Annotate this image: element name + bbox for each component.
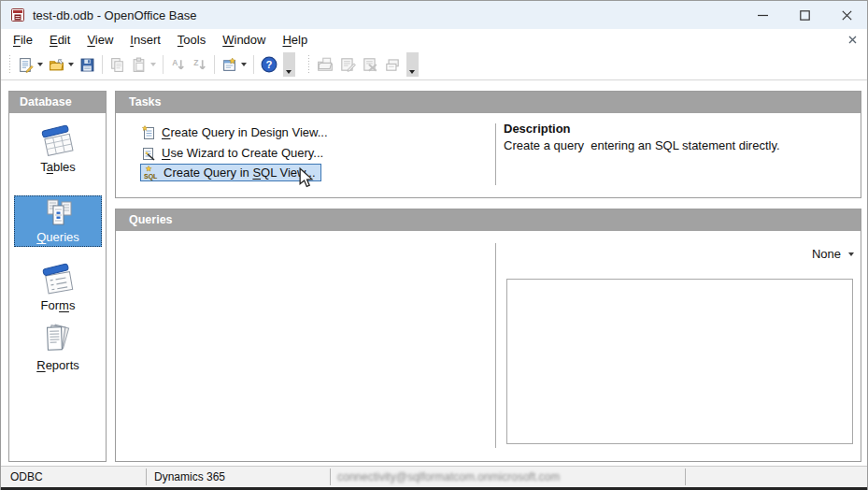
sidebar-item-tables[interactable]: Tables [14, 124, 102, 174]
sidebar-item-queries[interactable]: Queries [14, 195, 102, 247]
queries-icon [37, 198, 78, 228]
open-database-object-button[interactable] [315, 53, 335, 76]
task-use-wizard-create-query[interactable]: Use Wizard to Create Query... [141, 144, 323, 162]
new-database-object-button[interactable] [16, 53, 45, 76]
task-label: Create Query in Design View... [162, 125, 328, 139]
query-wizard-icon [141, 146, 156, 161]
tasks-header: Tasks [116, 92, 861, 113]
close-icon [842, 10, 852, 21]
status-empty [686, 467, 867, 487]
menu-tools[interactable]: Tools [169, 31, 214, 49]
help-button[interactable]: ? [259, 53, 279, 76]
maximize-button[interactable] [786, 1, 823, 29]
menu-help[interactable]: Help [274, 31, 316, 49]
description-text: Create a query entering an SQL statement… [504, 138, 780, 152]
description-block: Description Create a query entering an S… [504, 122, 780, 152]
task-create-query-sql-view[interactable]: SQL Create Query in SQL View... [140, 164, 321, 181]
rename-icon [384, 56, 401, 73]
dropdown-arrow-icon[interactable] [37, 63, 43, 66]
save-button[interactable] [78, 53, 97, 76]
task-create-query-design-view[interactable]: Create Query in Design View... [141, 123, 328, 141]
sort-descending-icon: Z [192, 57, 207, 73]
sidebar-item-label: Tables [40, 160, 76, 174]
delete-object-button[interactable] [360, 53, 380, 76]
new-form-button[interactable] [220, 53, 249, 76]
svg-text:SQL: SQL [144, 172, 158, 180]
menu-view[interactable]: View [78, 31, 121, 49]
sidebar-item-label: Reports [36, 358, 79, 372]
description-title: Description [504, 122, 780, 136]
menu-window[interactable]: Window [214, 31, 274, 49]
task-label: Use Wizard to Create Query... [162, 146, 323, 160]
svg-text:A: A [172, 57, 178, 66]
paste-button[interactable] [129, 53, 158, 76]
edit-object-button[interactable] [337, 53, 358, 76]
close-button[interactable] [828, 1, 865, 29]
delete-icon [362, 56, 378, 73]
dropdown-arrow-icon[interactable] [150, 63, 156, 66]
tasks-description-divider [495, 123, 496, 185]
dropdown-arrow-icon[interactable] [241, 63, 247, 66]
copy-icon [109, 57, 125, 73]
status-connection-user: connectivity@sqlformatcom.onmicrosoft.co… [331, 467, 685, 487]
toolbar-grip[interactable] [7, 55, 11, 74]
new-document-icon [18, 57, 34, 73]
preview-mode-dropdown[interactable]: None [812, 247, 854, 261]
sidebar-item-forms[interactable]: Forms [14, 263, 102, 312]
preview-area [506, 279, 853, 444]
close-document-button[interactable] [846, 33, 859, 46]
paste-icon [131, 57, 147, 73]
toolbar-options-button[interactable] [283, 52, 295, 77]
sql-view-icon: SQL [143, 166, 158, 180]
menu-insert[interactable]: Insert [121, 31, 169, 49]
toolbar: A Z ? [1, 50, 867, 80]
toolbar-separator [102, 55, 103, 74]
queries-preview-divider [495, 243, 496, 448]
sidebar-content: Tables Queries [9, 113, 106, 462]
status-database-type: ODBC [1, 467, 146, 487]
open-object-icon [317, 56, 334, 73]
sort-descending-button[interactable]: Z [190, 53, 209, 76]
toolbar-options-button[interactable] [406, 52, 419, 77]
reports-icon [37, 323, 78, 356]
preview-mode-label: None [812, 247, 841, 261]
app-icon [10, 7, 25, 22]
svg-text:?: ? [266, 59, 273, 70]
app-window: test-db.odb - OpenOffice Base File Edit … [0, 0, 868, 490]
sidebar-item-reports[interactable]: Reports [14, 323, 102, 372]
tables-icon [37, 124, 78, 158]
sidebar-item-label: Queries [36, 230, 79, 244]
sidebar-item-label: Forms [41, 298, 76, 312]
minimize-button[interactable] [744, 1, 781, 29]
queries-header: Queries [116, 209, 861, 231]
menu-edit[interactable]: Edit [41, 31, 78, 49]
database-sidebar: Database Tables [8, 91, 107, 462]
chevron-down-icon [286, 70, 292, 74]
form-window-icon [221, 57, 237, 73]
queries-panel: Queries None [115, 209, 861, 462]
sort-ascending-button[interactable]: A [168, 53, 188, 76]
open-button[interactable] [47, 53, 76, 76]
menu-bar: File Edit View Insert Tools Window Help [1, 29, 867, 50]
status-bar: ODBC Dynamics 365 connectivity@sqlformat… [1, 466, 867, 487]
maximize-icon [800, 10, 810, 21]
menu-file[interactable]: File [5, 31, 41, 49]
dropdown-arrow-icon[interactable] [68, 63, 74, 66]
toolbar-separator [163, 55, 164, 74]
toolbar-separator [214, 55, 215, 74]
rename-object-button[interactable] [382, 53, 403, 76]
save-icon [79, 57, 95, 73]
window-title: test-db.odb - OpenOffice Base [33, 8, 196, 22]
toolbar-separator [253, 55, 254, 74]
queries-content: None [116, 231, 861, 461]
sidebar-header: Database [9, 92, 106, 113]
svg-text:Z: Z [193, 57, 198, 66]
copy-button[interactable] [107, 53, 127, 76]
close-document-icon [848, 36, 857, 44]
query-design-icon [141, 125, 156, 140]
tasks-content: Create Query in Design View... Use Wizar… [116, 113, 861, 197]
status-datasource: Dynamics 365 [147, 467, 330, 487]
tasks-panel: Tasks Create Query in Design View... Use… [115, 91, 861, 198]
toolbar-grip[interactable] [306, 55, 310, 74]
chevron-down-icon [409, 70, 415, 74]
